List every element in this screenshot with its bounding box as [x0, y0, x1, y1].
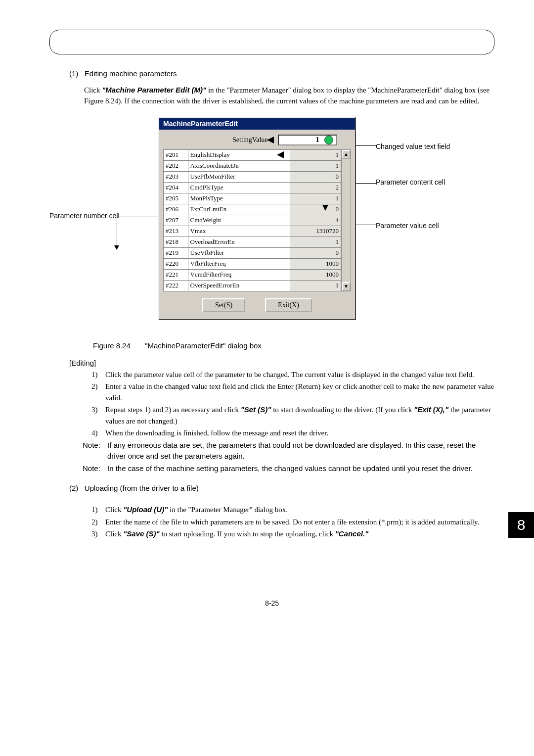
list-item: 1)Click "Upload (U)" in the "Parameter M…	[91, 504, 494, 516]
line-left-v	[117, 217, 117, 247]
param-number-cell[interactable]: #205	[164, 193, 188, 204]
param-value-cell[interactable]: 1000	[290, 269, 341, 280]
param-content-cell[interactable]: ExtCurLmtEn	[188, 204, 290, 215]
list-item: 1)Click the parameter value cell of the …	[91, 369, 494, 380]
exit-button[interactable]: Exit(X)	[265, 298, 312, 312]
figure-num: Figure 8.24	[93, 341, 131, 350]
list-item: 4)When the downloading is finished, foll…	[91, 427, 494, 439]
param-number-cell[interactable]: #219	[164, 247, 188, 258]
section1-title: Editing machine parameters	[85, 69, 177, 78]
label-param-content-text: Parameter content cell	[376, 178, 445, 186]
table-row: #220VfbFilterFreq1000	[164, 258, 341, 269]
param-value-cell[interactable]: 2	[290, 182, 341, 193]
label-param-content: Parameter content cell	[376, 178, 445, 186]
param-number-cell[interactable]: #218	[164, 236, 188, 247]
param-number-cell[interactable]: #206	[164, 204, 188, 215]
param-number-cell[interactable]: #204	[164, 182, 188, 193]
section2-list: 1)Click "Upload (U)" in the "Parameter M…	[91, 504, 494, 540]
scroll-up-icon[interactable]: ▲	[342, 150, 351, 159]
line-cv	[355, 145, 376, 146]
param-number-cell[interactable]: #202	[164, 160, 188, 171]
scroll-down-icon[interactable]: ▼	[342, 282, 351, 291]
table-row: #222OverSpeedErrorEn1	[164, 280, 341, 291]
page-footer: 8-25	[49, 599, 494, 607]
param-number-cell[interactable]: #220	[164, 258, 188, 269]
label-param-value-text: Parameter value cell	[376, 222, 439, 230]
param-content-cell[interactable]: VfbFilterFreq	[188, 258, 290, 269]
table-row: #207CmdWeight4	[164, 215, 341, 226]
figure-caption: Figure 8.24 "MachineParameterEdit" dialo…	[93, 341, 494, 350]
table-row: #213Vmax1310720	[164, 226, 341, 236]
section2-title: Uploading (from the driver to a file)	[85, 484, 199, 492]
param-value-cell[interactable]: 0	[290, 171, 341, 182]
page-tab: 8	[508, 512, 534, 538]
param-table: #201EnglishDisplay1#202AxisCoordinateDir…	[163, 149, 341, 291]
input-value-text: 1	[315, 136, 319, 143]
param-number-cell[interactable]: #222	[164, 280, 188, 291]
label-param-number-cell: Parameter number cell	[49, 212, 120, 220]
param-value-cell[interactable]: 1000	[290, 258, 341, 269]
param-value-cell[interactable]: 1	[290, 149, 341, 160]
label-param-num-text: Parameter number cell	[49, 212, 120, 220]
label-param-value: Parameter value cell	[376, 222, 439, 230]
param-value-cell[interactable]: 4	[290, 215, 341, 226]
table-row: #202AxisCoordinateDir1	[164, 160, 341, 171]
set-button[interactable]: Set(S)	[202, 298, 245, 312]
param-content-cell[interactable]: MonPlsType	[188, 193, 290, 204]
param-value-cell[interactable]: 1	[290, 236, 341, 247]
param-value-cell[interactable]: 1	[290, 193, 341, 204]
dialog-titlebar: MachineParameterEdit	[159, 118, 355, 130]
arrow-row6-icon	[322, 205, 328, 211]
param-value-cell[interactable]: 1310720	[290, 226, 341, 236]
note-item: Note:In the case of the machine setting …	[91, 463, 494, 474]
setting-value-row: SettingValue 1	[159, 130, 355, 149]
param-content-cell[interactable]: CmdPlsType	[188, 182, 290, 193]
changed-value-input[interactable]: 1	[278, 135, 337, 145]
section1-num: (1)	[69, 69, 78, 78]
header-box	[49, 30, 494, 54]
intro-cmd: "Machine Parameter Edit (M)"	[102, 86, 206, 94]
list-item: 3)Click "Save (S)" to start uploading. I…	[91, 528, 494, 540]
arrow-row1-icon	[277, 151, 284, 158]
list-item: 3)Repeat steps 1) and 2) as necessary an…	[91, 404, 494, 426]
param-number-cell[interactable]: #213	[164, 226, 188, 236]
scrollbar[interactable]: ▲ ▼	[341, 149, 351, 291]
param-content-cell[interactable]: Vmax	[188, 226, 290, 236]
highlight-dot-icon	[324, 136, 333, 144]
editing-heading: [Editing]	[69, 359, 494, 367]
param-value-cell[interactable]: 1	[290, 280, 341, 291]
table-row: #204CmdPlsType2	[164, 182, 341, 193]
note-item: Note:If any erroneous data are set, the …	[91, 440, 494, 462]
param-number-cell[interactable]: #207	[164, 215, 188, 226]
section1-heading: (1) Editing machine parameters	[69, 69, 494, 78]
table-row: #205MonPlsType1	[164, 193, 341, 204]
line-left	[114, 217, 163, 217]
param-content-cell[interactable]: EnglishDisplay	[188, 149, 290, 160]
figure-text: "MachineParameterEdit" dialog box	[145, 341, 262, 350]
param-content-cell[interactable]: OverSpeedErrorEn	[188, 280, 290, 291]
section2-heading: (2) Uploading (from the driver to a file…	[69, 484, 494, 492]
param-number-cell[interactable]: #201	[164, 149, 188, 160]
param-content-cell[interactable]: VcmdFilterFreq	[188, 269, 290, 280]
param-content-cell[interactable]: UsePfbMonFilter	[188, 171, 290, 182]
param-number-cell[interactable]: #221	[164, 269, 188, 280]
param-content-cell[interactable]: AxisCoordinateDir	[188, 160, 290, 171]
table-row: #221VcmdFilterFreq1000	[164, 269, 341, 280]
table-row: #218OverloadErrorEn1	[164, 236, 341, 247]
param-table-wrap: #201EnglishDisplay1#202AxisCoordinateDir…	[163, 149, 351, 291]
param-content-cell[interactable]: OverloadErrorEn	[188, 236, 290, 247]
table-row: #201EnglishDisplay1	[164, 149, 341, 160]
param-content-cell[interactable]: CmdWeight	[188, 215, 290, 226]
param-value-cell[interactable]: 0	[290, 247, 341, 258]
param-value-cell[interactable]: 0	[290, 204, 341, 215]
param-content-cell[interactable]: UseVfbFilter	[188, 247, 290, 258]
list-item: 2)Enter a value in the changed value tex…	[91, 381, 494, 403]
table-row: #219UseVfbFilter0	[164, 247, 341, 258]
intro-paragraph: Click "Machine Parameter Edit (M)" in th…	[84, 85, 494, 107]
param-value-cell[interactable]: 1	[290, 160, 341, 171]
label-changed-value: Changed value text field	[376, 142, 450, 150]
arrow-to-input-icon	[267, 137, 274, 143]
setting-value-label: SettingValue	[232, 136, 268, 144]
param-number-cell[interactable]: #203	[164, 171, 188, 182]
table-row: #203UsePfbMonFilter0	[164, 171, 341, 182]
